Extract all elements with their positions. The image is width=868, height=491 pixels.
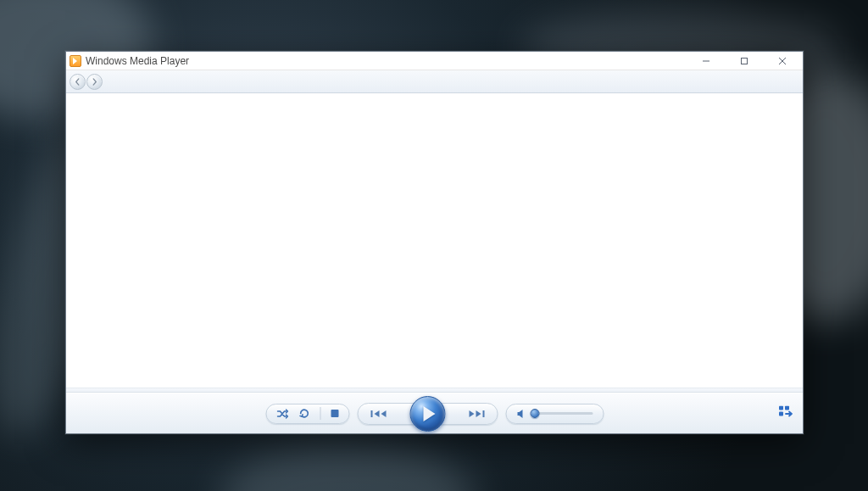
wallpaper-blob bbox=[220, 441, 475, 491]
svg-rect-2 bbox=[482, 410, 484, 417]
titlebar[interactable]: Windows Media Player bbox=[66, 52, 803, 70]
volume-slider-thumb[interactable] bbox=[530, 409, 539, 418]
minimize-button[interactable] bbox=[687, 53, 725, 70]
forward-button[interactable] bbox=[86, 74, 103, 90]
repeat-button[interactable] bbox=[298, 408, 309, 419]
svg-rect-3 bbox=[779, 405, 783, 410]
close-button[interactable] bbox=[763, 53, 801, 70]
transport-pill bbox=[357, 403, 498, 425]
previous-button[interactable] bbox=[358, 404, 400, 424]
volume-icon bbox=[516, 409, 526, 419]
volume-pill bbox=[505, 404, 604, 424]
svg-rect-0 bbox=[741, 58, 747, 64]
mute-button[interactable] bbox=[516, 409, 526, 419]
navigation-toolbar bbox=[66, 70, 803, 93]
window-title: Windows Media Player bbox=[86, 55, 189, 67]
back-button[interactable] bbox=[70, 74, 86, 90]
svg-rect-1 bbox=[370, 410, 372, 417]
svg-rect-5 bbox=[779, 411, 783, 416]
app-icon bbox=[70, 55, 81, 67]
separator bbox=[320, 407, 320, 420]
switch-to-now-playing-button[interactable] bbox=[779, 405, 793, 421]
shuffle-icon bbox=[276, 409, 288, 419]
previous-track-icon bbox=[370, 409, 388, 419]
stop-button[interactable] bbox=[331, 410, 338, 417]
shuffle-button[interactable] bbox=[276, 409, 288, 419]
mode-pill bbox=[265, 404, 349, 424]
stop-icon bbox=[331, 410, 338, 417]
play-button[interactable] bbox=[409, 396, 445, 432]
svg-rect-4 bbox=[785, 405, 789, 410]
playback-controls-bar bbox=[66, 393, 803, 433]
next-button[interactable] bbox=[454, 404, 497, 424]
switch-view-icon bbox=[779, 405, 793, 418]
back-arrow-icon bbox=[74, 78, 81, 86]
maximize-button[interactable] bbox=[725, 53, 763, 70]
forward-arrow-icon bbox=[91, 78, 98, 86]
library-content-area bbox=[66, 93, 803, 388]
app-window: Windows Media Player bbox=[65, 51, 804, 434]
repeat-icon bbox=[298, 408, 309, 419]
volume-slider[interactable] bbox=[531, 412, 593, 415]
next-track-icon bbox=[466, 409, 485, 419]
